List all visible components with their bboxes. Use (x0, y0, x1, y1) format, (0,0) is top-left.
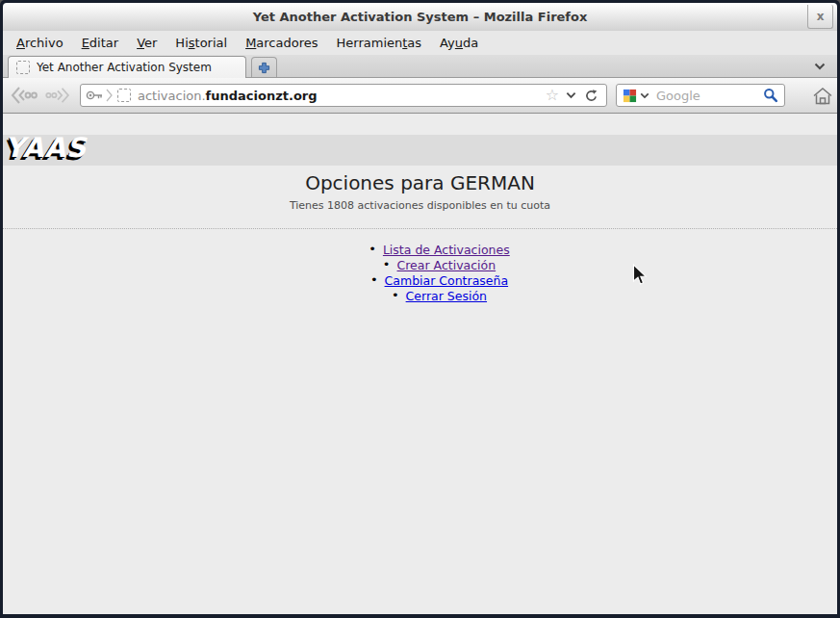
magnifier-icon[interactable] (763, 88, 778, 103)
bookmark-star-icon[interactable]: ☆ (546, 88, 559, 103)
bullet-icon: • (369, 242, 376, 257)
yaas-logo: YAAS (5, 132, 87, 164)
titlebar[interactable]: Yet Another Activation System – Mozilla … (3, 3, 837, 31)
chevron-down-icon (814, 63, 826, 70)
back-icon (10, 85, 38, 106)
url-text: activacion.fundacionzt.org (138, 89, 318, 103)
urlbar-dropdown-icon[interactable] (566, 91, 576, 99)
menu-editar[interactable]: Editar (74, 33, 127, 53)
navigation-toolbar: activacion.fundacionzt.org ☆ (3, 78, 837, 114)
google-logo-icon[interactable] (623, 89, 637, 103)
horizontal-rule (3, 228, 837, 229)
identity-chevron-icon (106, 88, 113, 103)
list-item: • Cambiar Contraseña (22, 272, 837, 288)
mouse-cursor-icon (632, 264, 648, 291)
close-button[interactable]: x (807, 5, 833, 29)
search-input[interactable] (654, 88, 763, 104)
link-crear-activacion[interactable]: Crear Activación (397, 258, 496, 272)
logo-banner: YAAS (3, 135, 837, 166)
tab-title: Yet Another Activation System (37, 61, 212, 74)
options-list: • Lista de Activaciones • Crear Activaci… (22, 242, 837, 303)
menu-ver[interactable]: Ver (129, 33, 165, 53)
tab-bar: Yet Another Activation System (3, 55, 837, 78)
menu-herramientas[interactable]: Herramientas (329, 33, 430, 53)
search-box[interactable] (616, 84, 785, 107)
key-icon (85, 88, 106, 103)
search-engine-dropdown-icon[interactable] (640, 92, 649, 99)
menubar: Archivo Editar Ver Historial Marcadores … (3, 31, 837, 55)
list-item: • Lista de Activaciones (22, 242, 837, 257)
plus-icon (258, 62, 270, 74)
tab-favicon-icon (16, 61, 30, 74)
menu-marcadores[interactable]: Marcadores (238, 33, 325, 53)
link-cambiar-contrasena[interactable]: Cambiar Contraseña (385, 273, 509, 288)
page-title: Opciones para GERMAN (3, 171, 837, 194)
bullet-icon: • (383, 257, 391, 272)
list-item: • Crear Activación (22, 257, 837, 272)
identity-box[interactable] (85, 88, 113, 103)
page-content: YAAS Opciones para GERMAN Tienes 1808 ac… (3, 114, 837, 614)
link-cerrar-sesion[interactable]: Cerrar Sesión (406, 289, 487, 303)
menu-archivo[interactable]: Archivo (9, 33, 71, 53)
tab-list-dropdown[interactable] (810, 59, 829, 74)
browser-window: Yet Another Activation System – Mozilla … (0, 0, 840, 618)
tab-active[interactable]: Yet Another Activation System (8, 56, 246, 78)
home-button[interactable] (809, 84, 836, 108)
reload-icon[interactable] (584, 89, 598, 103)
home-icon (812, 87, 833, 106)
url-bar[interactable]: activacion.fundacionzt.org ☆ (80, 84, 607, 107)
page-favicon-icon (117, 89, 131, 102)
forward-icon (44, 86, 71, 105)
bullet-icon: • (370, 272, 378, 288)
list-item: • Cerrar Sesión (22, 288, 837, 303)
link-lista-activaciones[interactable]: Lista de Activaciones (383, 243, 510, 257)
close-icon: x (817, 10, 825, 23)
new-tab-button[interactable] (251, 57, 277, 77)
back-button[interactable] (8, 83, 40, 108)
window-title: Yet Another Activation System – Mozilla … (253, 10, 588, 24)
forward-button[interactable] (41, 83, 74, 108)
menu-ayuda[interactable]: Ayuda (432, 33, 486, 53)
bullet-icon: • (392, 288, 399, 303)
menu-historial[interactable]: Historial (167, 33, 235, 53)
quota-text: Tienes 1808 activaciones disponibles en … (3, 199, 837, 212)
